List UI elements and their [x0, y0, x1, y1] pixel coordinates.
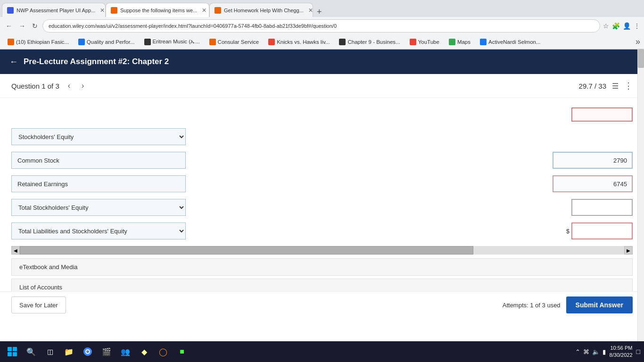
question-label: Question 1 of 3	[11, 82, 59, 90]
question-right: 29.7 / 33 ☰ ⋮	[579, 81, 633, 91]
bookmark-consular-icon	[209, 39, 216, 45]
teams-icon: 👥	[121, 347, 130, 356]
taskbar-file-explorer[interactable]: 📁	[60, 343, 77, 360]
network-icon[interactable]: ⌘	[583, 348, 589, 355]
tab-2[interactable]: Suppose the following items we... ✕	[106, 3, 209, 17]
taskbar-clock[interactable]: 10:56 PM 8/30/2022	[610, 345, 633, 359]
tab1-label: NWP Assessment Player UI App...	[17, 8, 95, 13]
app-header: ← Pre-Lecture Assignment #2: Chapter 2	[0, 49, 644, 74]
tab1-close[interactable]: ✕	[100, 7, 105, 14]
start-button[interactable]	[4, 343, 21, 360]
app9-icon: ■	[180, 347, 184, 356]
prev-question-button[interactable]: ‹	[65, 80, 73, 92]
volume-icon[interactable]: 🔈	[592, 348, 600, 355]
clock-date: 8/30/2022	[610, 352, 633, 359]
total-liabilities-select[interactable]: Total Liabilities and Stockholders' Equi…	[11, 222, 186, 239]
bookmark-chapter9-label: Chapter 9 - Busines...	[347, 39, 400, 45]
extension-icon[interactable]: 🧩	[612, 22, 620, 30]
battery-icon[interactable]: ▮	[603, 348, 606, 355]
common-stock-label: Common Stock	[11, 152, 186, 169]
taskbar-right: ⌃ ⌘ 🔈 ▮ 10:56 PM 8/30/2022 □	[575, 345, 640, 359]
question-list-icon[interactable]: ☰	[612, 82, 619, 90]
tab1-icon	[7, 7, 14, 14]
tab-3[interactable]: Get Homework Help With Chegg... ✕	[209, 3, 313, 17]
chevron-up-icon[interactable]: ⌃	[575, 348, 580, 355]
etextbook-link[interactable]: eTextbook and Media	[11, 258, 633, 276]
bookmark-ethiopian-label: (10) Ethiopian Fasic...	[16, 39, 69, 45]
horizontal-scrollbar[interactable]: ◀ ▶	[11, 246, 633, 255]
browser-actions: ☆ 🧩 👤 ⋮	[603, 22, 640, 30]
video-icon: 🎬	[102, 347, 111, 356]
bookmark-activenardi-label: ActiveNardi Selmon...	[488, 39, 541, 45]
total-liabilities-input[interactable]	[571, 222, 633, 239]
bookmark-ethiopian[interactable]: (10) Ethiopian Fasic...	[4, 38, 73, 46]
scroll-thumb[interactable]	[20, 246, 473, 255]
url-bar[interactable]: education.wiley.com/was/ui/v2/assessment…	[42, 19, 600, 33]
bookmark-star-icon[interactable]: ☆	[603, 22, 609, 30]
bookmark-maps-label: Maps	[457, 39, 471, 45]
taskbar-teams[interactable]: 👥	[117, 343, 134, 360]
bookmark-knicks[interactable]: Knicks vs. Hawks liv...	[264, 38, 333, 46]
content-area: Stockholders' Equity Common Stock 2790 R…	[0, 98, 644, 291]
taskbar-app9[interactable]: ■	[173, 343, 190, 360]
common-stock-row: Common Stock 2790	[11, 152, 633, 169]
bookmark-youtube[interactable]: YouTube	[406, 38, 443, 46]
taskbar-app7[interactable]: ◆	[136, 343, 153, 360]
top-value-input[interactable]	[571, 107, 633, 122]
profile-icon[interactable]: 👤	[623, 22, 631, 30]
back-button[interactable]: ←	[4, 21, 14, 31]
bookmarks-more-icon[interactable]: »	[636, 37, 640, 47]
bookmark-maps[interactable]: Maps	[445, 38, 474, 46]
total-liabilities-row: Total Liabilities and Stockholders' Equi…	[11, 222, 633, 239]
bookmark-consular-label: Consular Service	[218, 39, 259, 45]
bookmark-youtube-label: YouTube	[418, 39, 439, 45]
bookmark-activenardi-icon	[480, 39, 487, 45]
stockholders-equity-select[interactable]: Stockholders' Equity	[11, 128, 186, 145]
attempts-text: Attempts: 1 of 3 used	[503, 302, 561, 309]
app-back-button[interactable]: ←	[9, 57, 18, 67]
vertical-scroll-thumb[interactable]	[638, 49, 644, 68]
app8-icon: ◯	[159, 347, 167, 356]
question-more-icon[interactable]: ⋮	[624, 81, 633, 91]
tab3-icon	[215, 7, 221, 14]
scroll-left-button[interactable]: ◀	[11, 246, 20, 255]
tab2-close[interactable]: ✕	[202, 7, 206, 14]
bookmark-knicks-icon	[268, 39, 275, 45]
vertical-scrollbar[interactable]	[637, 49, 644, 341]
stockholders-equity-row: Stockholders' Equity	[11, 128, 633, 145]
dollar-sign: $	[566, 228, 570, 235]
taskbar-chrome[interactable]	[79, 343, 96, 360]
bookmark-consular[interactable]: Consular Service	[206, 38, 263, 46]
next-question-button[interactable]: ›	[79, 80, 87, 92]
reload-button[interactable]: ↻	[30, 21, 40, 31]
bookmark-quality-label: Quality and Perfor...	[87, 39, 135, 45]
taskbar-task-view[interactable]: ◫	[41, 343, 58, 360]
chrome-icon	[83, 347, 92, 356]
tab-1[interactable]: NWP Assessment Player UI App... ✕	[2, 3, 106, 17]
notification-icon[interactable]: □	[636, 348, 640, 355]
taskbar-search-button[interactable]: 🔍	[23, 343, 40, 360]
tab3-close[interactable]: ✕	[308, 7, 313, 14]
taskbar-video[interactable]: 🎬	[98, 343, 115, 360]
retained-earnings-label: Retained Earnings	[11, 175, 186, 192]
submit-answer-button[interactable]: Submit Answer	[566, 296, 633, 313]
bookmark-eritrean[interactable]: Eritrean Music (ኤ...	[140, 38, 204, 46]
search-icon: 🔍	[26, 347, 36, 356]
save-for-later-button[interactable]: Save for Later	[11, 296, 66, 313]
new-tab-button[interactable]: +	[313, 7, 326, 17]
question-nav: Question 1 of 3 ‹ › 29.7 / 33 ☰ ⋮	[0, 74, 644, 98]
list-of-accounts-link[interactable]: List of Accounts	[11, 279, 633, 291]
more-options-icon[interactable]: ⋮	[634, 22, 640, 30]
browser-chrome: NWP Assessment Player UI App... ✕ Suppos…	[0, 0, 644, 49]
total-stockholders-equity-select[interactable]: Total Stockholders' Equity	[11, 199, 186, 216]
app7-icon: ◆	[141, 347, 147, 356]
forward-button[interactable]: →	[17, 21, 27, 31]
scroll-right-button[interactable]: ▶	[624, 246, 633, 255]
total-stockholders-equity-input[interactable]	[571, 199, 633, 216]
bookmark-chapter9[interactable]: Chapter 9 - Busines...	[335, 38, 404, 46]
bookmark-activenardi[interactable]: ActiveNardi Selmon...	[476, 38, 545, 46]
taskbar-app8[interactable]: ◯	[155, 343, 172, 360]
bookmark-knicks-label: Knicks vs. Hawks liv...	[277, 39, 330, 45]
task-view-icon: ◫	[47, 348, 53, 355]
bookmark-quality[interactable]: Quality and Perfor...	[74, 38, 139, 46]
